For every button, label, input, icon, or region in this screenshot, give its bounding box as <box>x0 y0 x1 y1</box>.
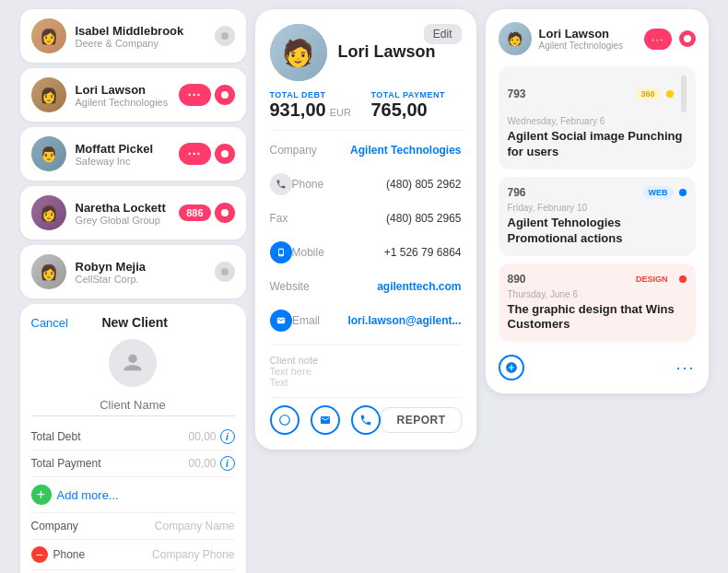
client-full-name: Lori Lawson <box>338 42 462 63</box>
toggle-3[interactable] <box>215 144 235 164</box>
total-debt-label: Total Debt <box>31 430 81 443</box>
mobile-value: +1 526 79 6864 <box>347 246 462 259</box>
more-options-button[interactable]: ··· <box>675 358 695 378</box>
company-label: Company <box>270 144 325 157</box>
right-avatar: 🧑 <box>499 22 532 55</box>
toggle-1[interactable] <box>215 26 235 46</box>
phone-label: Phone <box>292 178 347 191</box>
task-card-2[interactable]: 796 WEB Friday, February 10 Agilent Tehn… <box>499 177 696 256</box>
pill-2[interactable]: ··· <box>179 84 211 106</box>
add-task-button[interactable] <box>499 355 524 380</box>
phone-field-left: − Phone <box>31 546 86 563</box>
toggle-dot-3 <box>221 150 229 158</box>
right-name-block: Lori Lawson Agilent Technologies <box>539 27 637 51</box>
contact-card-5[interactable]: 👩 Robyn Mejia CellStar Corp. <box>20 245 246 298</box>
phone-icon <box>270 173 292 195</box>
avatar-2: 👩 <box>31 77 66 112</box>
person-icon <box>120 350 146 376</box>
right-badge-dots: ··· <box>652 32 664 46</box>
contact-info-1: Isabel Middlebrook Deere & Company <box>76 24 205 49</box>
contact-card-2[interactable]: 👩 Lori Lawson Agilent Technologies ··· <box>20 68 246 122</box>
total-debt-info-icon[interactable]: i <box>220 429 235 444</box>
task-badge-3: DESIGN <box>630 273 674 286</box>
badge-4: 886 <box>179 203 234 223</box>
client-note-label: Client note <box>270 355 462 366</box>
phone-minus-icon[interactable]: − <box>31 546 48 563</box>
avatar-1: 👩 <box>31 18 66 53</box>
badge-2: ··· <box>179 84 235 106</box>
plus-icon: + <box>31 485 52 505</box>
avatar-5: 👩 <box>31 254 66 289</box>
pill-dots-3: ··· <box>188 146 202 161</box>
website-value[interactable]: agilenttech.com <box>377 280 461 293</box>
contact-company-5: CellStar Corp. <box>76 274 205 285</box>
total-debt-row: Total Debt 00,00 i <box>31 424 235 450</box>
number-badge-4[interactable]: 886 <box>179 205 210 221</box>
total-payment-value: 00,00 i <box>188 456 234 471</box>
client-note-section: Client note Text here Text <box>270 355 462 388</box>
toggle-dot-5 <box>221 268 229 275</box>
website-row: Website agilenttech.com <box>270 276 462 297</box>
badge-3: ··· <box>179 143 235 165</box>
email-value[interactable]: lori.lawson@agilent... <box>347 314 461 327</box>
action-bar: REPORT <box>270 397 462 435</box>
task-top-3: 890 DESIGN <box>508 273 687 286</box>
client-detail-header: 🧑 Lori Lawson Edit <box>270 24 462 81</box>
avatar-3: 👨 <box>31 136 66 171</box>
left-panel: 👩 Isabel Middlebrook Deere & Company 👩 L… <box>20 9 246 573</box>
report-button[interactable]: REPORT <box>381 407 461 433</box>
new-client-header: Cancel New Client <box>31 315 235 330</box>
task-id-2: 796 <box>508 186 526 199</box>
new-client-avatar[interactable] <box>109 339 157 387</box>
company-value[interactable]: Agilent Technologies <box>350 144 461 157</box>
mobile-row: Mobile +1 526 79 6864 <box>270 238 462 267</box>
contact-name-2: Lori Lawson <box>76 83 170 97</box>
right-toggle[interactable] <box>679 30 696 47</box>
toggle-2[interactable] <box>215 85 235 105</box>
total-debt-value-detail: 931,00 EUR <box>270 99 360 121</box>
client-detail-panel: 🧑 Lori Lawson Edit TOTAL DEBT 931,00 EUR… <box>255 9 476 450</box>
total-payment-info-icon[interactable]: i <box>220 456 235 471</box>
total-payment-row: Total Payment 00,00 i <box>31 450 235 477</box>
toggle-4[interactable] <box>215 203 235 223</box>
company-row: Company Agilent Technologies <box>270 140 462 160</box>
divider-2 <box>270 345 462 345</box>
right-contact-company: Agilent Technologies <box>539 41 637 51</box>
badge-1 <box>215 26 235 46</box>
edit-button[interactable]: Edit <box>424 24 462 44</box>
contact-card-3[interactable]: 👨 Moffatt Pickel Safeway Inc ··· <box>20 127 246 181</box>
task-card-3[interactable]: 890 DESIGN Thursday, June 6 The graphic … <box>499 263 696 343</box>
chat-action-button[interactable] <box>270 405 299 435</box>
toggle-5[interactable] <box>215 262 235 282</box>
contact-card-1[interactable]: 👩 Isabel Middlebrook Deere & Company <box>20 9 246 63</box>
company-field-row: Company Company Name <box>31 513 235 540</box>
email-label: Email <box>292 314 347 327</box>
client-name-input[interactable] <box>31 394 235 416</box>
total-payment-label: Total Payment <box>31 457 101 470</box>
contact-info-2: Lori Lawson Agilent Technologies <box>76 83 170 108</box>
toggle-dot-2 <box>221 91 229 99</box>
task-dot-1 <box>666 90 674 98</box>
new-client-section: Cancel New Client Total Debt 00,00 i Tot… <box>20 304 246 573</box>
cancel-button[interactable]: Cancel <box>31 316 68 330</box>
phone-field-placeholder[interactable]: Company Phone <box>152 548 234 561</box>
contact-card-4[interactable]: 👩 Naretha Lockett Grey Global Group 886 <box>20 186 246 240</box>
email-action-button[interactable] <box>311 405 340 435</box>
task-id-1: 793 <box>508 88 526 100</box>
client-detail-avatar: 🧑 <box>270 24 327 81</box>
task-top-2: 796 WEB <box>508 186 687 199</box>
badge-5 <box>215 262 235 282</box>
task-title-3: The graphic design that Wins Customers <box>508 302 687 333</box>
phone-action-button[interactable] <box>351 405 381 435</box>
right-panel-header: 🧑 Lori Lawson Agilent Technologies ··· <box>499 22 696 55</box>
add-more-row[interactable]: + Add more... <box>31 477 235 513</box>
fax-value: (480) 805 2965 <box>325 212 462 225</box>
task-date-3: Thursday, June 6 <box>508 289 687 299</box>
task-card-1[interactable]: 793 360 Wednesday, February 6 Agilent So… <box>499 66 696 170</box>
right-badge[interactable]: ··· <box>644 29 672 50</box>
client-avatar-img: 🧑 <box>270 24 327 81</box>
toggle-dot-4 <box>221 209 229 216</box>
company-field-placeholder[interactable]: Company Name <box>155 520 235 532</box>
pill-3[interactable]: ··· <box>179 143 211 165</box>
website-label: Website <box>270 280 325 293</box>
